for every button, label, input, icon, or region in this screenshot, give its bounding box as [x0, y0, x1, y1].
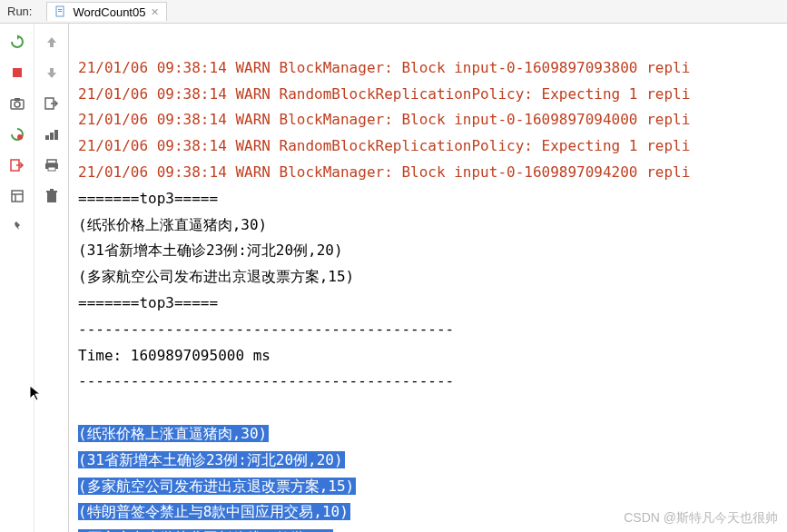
log-line: 21/01/06 09:38:14 WARN RandomBlockReplic… — [78, 85, 690, 103]
output-line: (纸张价格上涨直逼猪肉,30) — [78, 216, 267, 233]
svg-rect-18 — [48, 167, 55, 171]
svg-rect-19 — [47, 192, 56, 202]
selected-line: (特朗普签令禁止与8款中国应用交易,10) — [78, 503, 350, 520]
svg-rect-21 — [50, 189, 54, 191]
svg-rect-9 — [12, 191, 23, 202]
log-line: 21/01/06 09:38:14 WARN RandomBlockReplic… — [78, 137, 690, 154]
steps-icon[interactable] — [43, 125, 61, 143]
svg-rect-1 — [58, 9, 62, 10]
svg-rect-15 — [54, 130, 58, 140]
selected-line: (纸张价格上涨直逼猪肉,30) — [78, 425, 269, 442]
exit-icon[interactable] — [8, 156, 26, 174]
run-header: Run: WordCount05 × — [0, 0, 787, 24]
svg-point-7 — [17, 134, 23, 140]
run-tab[interactable]: WordCount05 × — [46, 2, 166, 21]
pin-icon[interactable] — [8, 218, 26, 236]
export-icon[interactable] — [43, 94, 61, 113]
selected-line: (多家航空公司发布进出京退改票方案,15) — [78, 478, 356, 495]
toolbar-left — [0, 24, 34, 532]
svg-rect-6 — [15, 98, 20, 101]
svg-rect-20 — [46, 191, 57, 192]
debug-icon[interactable] — [8, 125, 26, 143]
output-line: (31省新增本土确诊23例:河北20例,20) — [78, 241, 343, 259]
output-line: Time: 1609897095000 ms — [78, 347, 271, 364]
svg-rect-13 — [45, 135, 49, 140]
stop-icon[interactable] — [8, 64, 26, 82]
file-icon — [54, 5, 67, 18]
watermark: CSDN @斯特凡今天也很帅 — [624, 510, 778, 527]
tab-label: WordCount05 — [73, 5, 145, 19]
camera-icon[interactable] — [8, 94, 26, 113]
log-line: 21/01/06 09:38:14 WARN BlockManager: Blo… — [78, 163, 690, 181]
main-area: 21/01/06 09:38:14 WARN BlockManager: Blo… — [0, 24, 787, 532]
print-icon[interactable] — [43, 156, 61, 174]
log-line: 21/01/06 09:38:14 WARN BlockManager: Blo… — [78, 111, 690, 128]
svg-point-5 — [15, 102, 20, 107]
svg-rect-2 — [58, 11, 62, 12]
up-arrow-icon[interactable] — [43, 33, 61, 51]
run-label: Run: — [7, 5, 32, 18]
toolbar-right — [34, 24, 69, 532]
svg-rect-16 — [47, 160, 56, 163]
output-line: (多家航空公司发布进出京退改票方案,15) — [78, 268, 354, 285]
svg-rect-14 — [50, 133, 54, 140]
rerun-icon[interactable] — [8, 33, 26, 51]
down-arrow-icon[interactable] — [43, 64, 61, 82]
svg-rect-3 — [13, 68, 22, 77]
output-line: =======top3===== — [78, 294, 218, 311]
output-line: ----------------------------------------… — [78, 372, 454, 389]
output-line: =======top3===== — [78, 190, 218, 207]
console-output[interactable]: 21/01/06 09:38:14 WARN BlockManager: Blo… — [69, 24, 787, 532]
log-line: 21/01/06 09:38:14 WARN BlockManager: Blo… — [78, 59, 690, 76]
output-line: ----------------------------------------… — [78, 320, 454, 338]
close-icon[interactable]: × — [151, 5, 158, 19]
selected-line: (31省新增本土确诊23例:河北20例,20) — [78, 451, 345, 468]
layout-icon[interactable] — [8, 187, 26, 205]
trash-icon[interactable] — [43, 187, 61, 205]
